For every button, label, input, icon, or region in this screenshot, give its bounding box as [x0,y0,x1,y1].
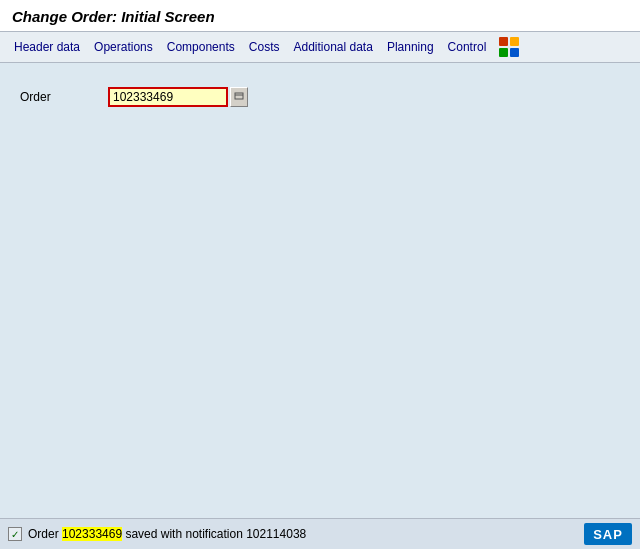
order-label: Order [20,90,100,104]
status-check-icon: ✓ [8,527,22,541]
menu-item-control[interactable]: Control [442,37,493,57]
status-message-area: ✓ Order 102333469 saved with notificatio… [8,527,306,541]
menu-bar: Header data Operations Components Costs … [0,32,640,63]
svg-rect-0 [499,37,508,46]
order-input-wrapper [108,87,248,107]
order-input[interactable] [108,87,228,107]
menu-item-header-data[interactable]: Header data [8,37,86,57]
sap-logo: SAP [584,523,632,545]
svg-rect-3 [510,48,519,57]
status-bar: ✓ Order 102333469 saved with notificatio… [0,518,640,549]
menu-item-costs[interactable]: Costs [243,37,286,57]
status-text: Order 102333469 saved with notification … [28,527,306,541]
main-content: Order [0,63,640,518]
svg-rect-4 [235,93,243,99]
menu-item-planning[interactable]: Planning [381,37,440,57]
svg-rect-1 [510,37,519,46]
order-form-row: Order [20,87,620,107]
menu-item-components[interactable]: Components [161,37,241,57]
svg-rect-2 [499,48,508,57]
order-browse-button[interactable] [230,87,248,107]
browse-icon [234,92,244,102]
transaction-icon[interactable] [498,36,520,58]
toolbar-icon-area [498,36,520,58]
page-title: Change Order: Initial Screen [12,8,628,25]
menu-item-operations[interactable]: Operations [88,37,159,57]
highlight-order-number: 102333469 [62,527,122,541]
title-bar: Change Order: Initial Screen [0,0,640,32]
menu-item-additional-data[interactable]: Additional data [287,37,378,57]
